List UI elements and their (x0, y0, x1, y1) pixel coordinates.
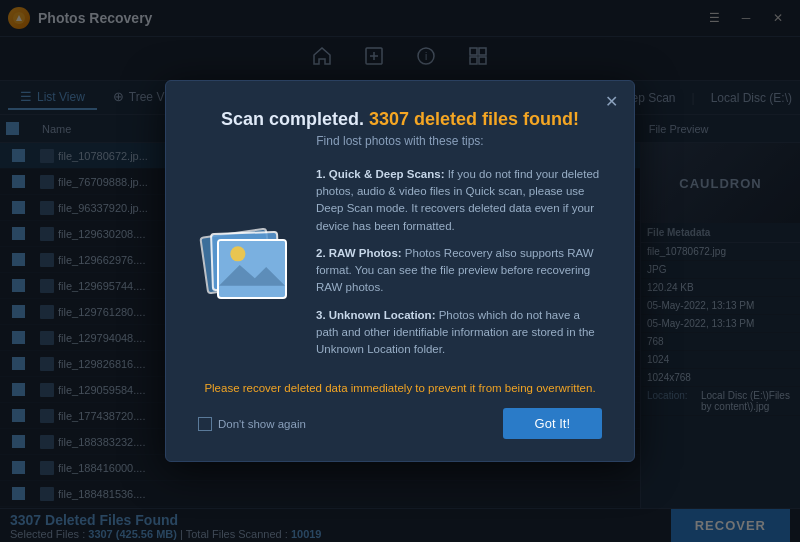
dont-show-text: Don't show again (218, 418, 306, 430)
modal-tips: 1. Quick & Deep Scans: If you do not fin… (316, 166, 602, 369)
modal-footer: Don't show again Got It! (198, 408, 602, 439)
modal-icon-area (198, 166, 298, 369)
modal-body: 1. Quick & Deep Scans: If you do not fin… (198, 166, 602, 369)
modal-tip: 1. Quick & Deep Scans: If you do not fin… (316, 166, 602, 235)
photo-icon-stack (203, 227, 293, 307)
modal-tip: 3. Unknown Location: Photos which do not… (316, 307, 602, 359)
modal-tip: 2. RAW Photos: Photos Recovery also supp… (316, 245, 602, 297)
tip-heading: 3. Unknown Location: (316, 309, 435, 321)
got-it-button[interactable]: Got It! (503, 408, 602, 439)
dont-show-checkbox[interactable] (198, 417, 212, 431)
svg-rect-9 (219, 239, 285, 295)
modal-title-highlight: 3307 deleted files found! (369, 109, 579, 129)
photo-card-front (217, 239, 287, 299)
modal-title: Scan completed. 3307 deleted files found… (198, 109, 602, 130)
modal-title-static: Scan completed. (221, 109, 364, 129)
modal-close-button[interactable]: ✕ (600, 91, 622, 113)
tip-heading: 2. RAW Photos: (316, 247, 402, 259)
dont-show-label[interactable]: Don't show again (198, 417, 306, 431)
modal-warning: Please recover deleted data immediately … (198, 382, 602, 394)
scan-complete-modal: ✕ Scan completed. 3307 deleted files fou… (165, 80, 635, 463)
svg-point-10 (230, 246, 245, 261)
modal-overlay: ✕ Scan completed. 3307 deleted files fou… (0, 0, 800, 542)
modal-subtitle: Find lost photos with these tips: (198, 134, 602, 148)
tip-heading: 1. Quick & Deep Scans: (316, 168, 444, 180)
